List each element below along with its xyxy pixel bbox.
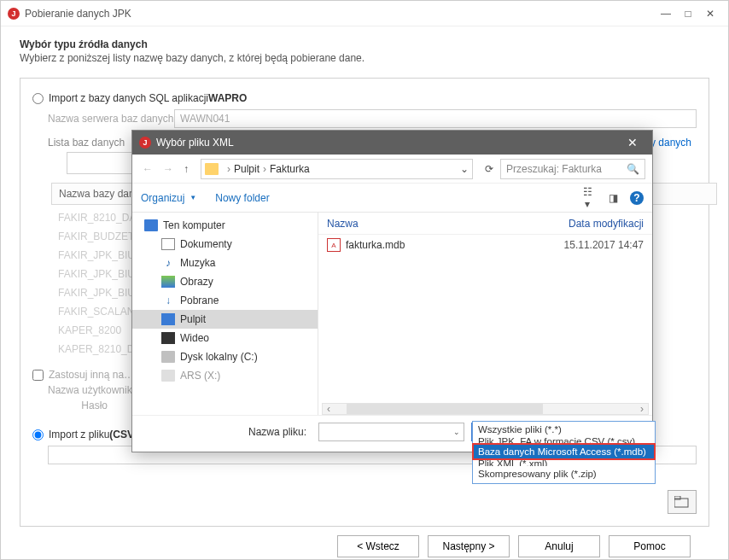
dialog-toolbar: Organizuj ▼ Nowy folder ☷ ▾ ◨ ? — [132, 184, 652, 213]
radio-sql-label-bold: WAPRO — [208, 92, 247, 104]
file-type-option[interactable]: Wszystkie pliki (*.*) — [473, 422, 655, 437]
breadcrumb-box[interactable]: › Pulpit › Fakturka ⌄ — [201, 159, 473, 179]
server-name-input[interactable] — [174, 109, 697, 128]
scroll-right-icon[interactable]: › — [636, 403, 648, 415]
search-input[interactable]: Przeszukaj: Fakturka 🔍 — [500, 159, 645, 179]
disk-icon — [161, 370, 175, 382]
horizontal-scrollbar[interactable]: ‹ › — [322, 403, 649, 415]
page-subheading: Wybierz z poniższej listy nazwę bazy dan… — [20, 52, 709, 64]
file-list-header: Nazwa Data modyfikacji — [318, 213, 652, 235]
back-button[interactable]: < Wstecz — [337, 535, 419, 557]
tree-desktop[interactable]: Pulpit — [132, 310, 318, 329]
nav-up-icon[interactable]: ↑ — [180, 163, 192, 175]
new-folder-button[interactable]: Nowy folder — [215, 192, 269, 204]
tree-downloads[interactable]: ↓Pobrane — [132, 291, 318, 310]
tree-disk-c[interactable]: Dysk lokalny (C:) — [132, 347, 318, 366]
desktop-icon — [161, 313, 175, 325]
nav-forward-icon[interactable]: → — [160, 163, 177, 175]
folder-icon — [205, 163, 219, 175]
breadcrumb-item[interactable]: Fakturka — [270, 163, 310, 175]
file-type-option[interactable]: Plik JPK_FA w formacie CSV (*.csv) — [473, 437, 655, 444]
radio-file-input[interactable] — [32, 429, 44, 440]
apply-other-checkbox[interactable] — [32, 370, 44, 381]
window-title: Pobieranie danych JPK — [25, 8, 131, 20]
file-open-dialog: J Wybór pliku XML ✕ ← → ↑ › Pulpit › Fak… — [131, 130, 653, 452]
app-icon: J — [8, 8, 20, 20]
search-icon: 🔍 — [627, 163, 639, 175]
page-heading: Wybór typu źródła danych — [20, 38, 709, 50]
monitor-icon — [144, 219, 158, 231]
radio-sql-input[interactable] — [32, 93, 44, 104]
wizard-button-bar: < Wstecz Następny > Anuluj Pomoc — [20, 527, 709, 557]
view-options-icon[interactable]: ☷ ▾ — [579, 186, 596, 210]
close-button[interactable]: ✕ — [699, 8, 721, 20]
file-list-panel: Nazwa Data modyfikacji A fakturka.mdb 15… — [318, 213, 652, 415]
chevron-down-icon[interactable]: ▼ — [190, 194, 196, 201]
radio-sql-label-pre: Import z bazy danych SQL aplikacji — [49, 92, 208, 104]
dialog-nav-bar: ← → ↑ › Pulpit › Fakturka ⌄ ⟳ Przeszukaj… — [132, 155, 652, 184]
folder-open-icon — [674, 496, 690, 508]
chevron-down-icon[interactable]: ⌄ — [453, 428, 460, 436]
filename-input[interactable]: ⌄ — [318, 423, 464, 441]
radio-import-sql[interactable]: Import z bazy danych SQL aplikacji WAPRO — [32, 92, 697, 104]
server-name-label: Nazwa serwera baz danych — [48, 113, 174, 125]
nav-back-icon[interactable]: ← — [139, 163, 156, 175]
tree-music[interactable]: ♪Muzyka — [132, 254, 318, 272]
file-type-option-selected[interactable]: Baza danych Microsoft Access (*.mdb) — [473, 444, 655, 459]
next-button[interactable]: Następny > — [428, 535, 510, 557]
video-icon — [161, 332, 175, 344]
help-button[interactable]: Pomoc — [609, 535, 691, 557]
file-type-option[interactable]: Skompresowany plik (*.zip) — [473, 466, 655, 481]
filename-label: Nazwa pliku: — [141, 426, 312, 438]
col-date-header[interactable]: Data modyfikacji — [569, 218, 644, 230]
file-type-dropdown[interactable]: Wszystkie pliki (*.*) Plik JPK_FA w form… — [472, 421, 656, 484]
tree-disk-x[interactable]: ARS (X:) — [132, 366, 318, 385]
cancel-button[interactable]: Anuluj — [518, 535, 600, 557]
help-icon[interactable]: ? — [630, 191, 644, 205]
minimize-button[interactable]: — — [655, 8, 677, 20]
file-row[interactable]: A fakturka.mdb 15.11.2017 14:47 — [318, 235, 652, 255]
organize-menu[interactable]: Organizuj — [141, 192, 184, 204]
preview-pane-icon[interactable]: ◨ — [604, 192, 621, 204]
scroll-left-icon[interactable]: ‹ — [323, 403, 335, 415]
scrollbar-thumb[interactable] — [347, 404, 543, 414]
file-type-option[interactable]: Plik XML (*.xml) — [473, 459, 655, 466]
mdb-file-icon: A — [327, 238, 341, 252]
download-icon: ↓ — [161, 295, 175, 306]
document-icon — [161, 238, 175, 250]
tree-videos[interactable]: Wideo — [132, 329, 318, 347]
tree-this-pc[interactable]: Ten komputer — [132, 216, 318, 235]
dialog-title: Wybór pliku XML — [156, 137, 234, 149]
refresh-icon[interactable]: ⟳ — [481, 163, 497, 175]
search-placeholder: Przeszukaj: Fakturka — [506, 163, 602, 175]
chevron-down-icon[interactable]: ⌄ — [460, 163, 469, 175]
disk-icon — [161, 351, 175, 363]
radio-file-label-pre: Import z pliku — [49, 429, 109, 440]
file-name: fakturka.mdb — [346, 239, 564, 251]
tree-pictures[interactable]: Obrazy — [132, 272, 318, 291]
app-icon: J — [139, 137, 151, 149]
folder-tree[interactable]: Ten komputer Dokumenty ♪Muzyka Obrazy ↓P… — [132, 213, 318, 415]
apply-other-label: Zastosuj inną na… — [49, 369, 134, 381]
maximize-button[interactable]: □ — [677, 8, 699, 20]
tree-documents[interactable]: Dokumenty — [132, 235, 318, 254]
music-icon: ♪ — [161, 257, 175, 269]
dialog-titlebar: J Wybór pliku XML ✕ — [132, 131, 652, 155]
main-titlebar: J Pobieranie danych JPK — □ ✕ — [1, 1, 728, 26]
col-name-header[interactable]: Nazwa — [327, 218, 569, 230]
breadcrumb-item[interactable]: Pulpit — [234, 163, 260, 175]
image-icon — [161, 276, 175, 288]
file-date: 15.11.2017 14:47 — [564, 239, 644, 251]
dialog-close-button[interactable]: ✕ — [620, 136, 645, 149]
browse-button[interactable] — [668, 490, 697, 514]
